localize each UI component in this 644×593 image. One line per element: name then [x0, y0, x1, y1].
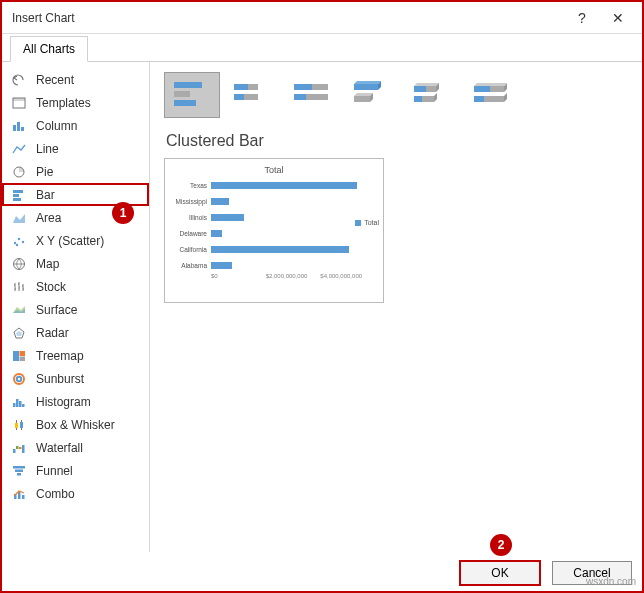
sidebar-item-surface[interactable]: Surface: [2, 298, 149, 321]
surface-chart-icon: [10, 302, 28, 318]
subtype-3d-100-stacked-bar[interactable]: [464, 72, 520, 118]
preview-chart-title: Total: [173, 165, 375, 175]
svg-point-11: [22, 240, 24, 242]
sidebar-item-map[interactable]: Map: [2, 252, 149, 275]
dialog-title: Insert Chart: [12, 11, 564, 25]
sidebar-item-histogram[interactable]: Histogram: [2, 390, 149, 413]
stock-chart-icon: [10, 279, 28, 295]
sidebar-item-funnel[interactable]: Funnel: [2, 459, 149, 482]
sunburst-chart-icon: [10, 371, 28, 387]
templates-icon: [10, 95, 28, 111]
svg-rect-31: [13, 466, 25, 469]
sidebar-item-column[interactable]: Column: [2, 114, 149, 137]
preview-chart-area: Texas Mississippi Illinois Delaware Cali…: [173, 177, 375, 285]
bar-california: [211, 246, 349, 253]
svg-rect-57: [484, 96, 504, 102]
sidebar-item-box-whisker[interactable]: Box & Whisker: [2, 413, 149, 436]
box-whisker-chart-icon: [10, 417, 28, 433]
svg-rect-30: [22, 445, 25, 453]
sidebar-item-label: Recent: [36, 73, 74, 87]
sidebar-item-combo[interactable]: Combo: [2, 482, 149, 505]
tab-all-charts[interactable]: All Charts: [10, 36, 88, 62]
sidebar-item-label: Histogram: [36, 395, 91, 409]
sidebar-item-waterfall[interactable]: Waterfall: [2, 436, 149, 459]
legend-label: Total: [364, 219, 379, 226]
radar-chart-icon: [10, 325, 28, 341]
sidebar-item-label: Area: [36, 211, 61, 225]
svg-rect-23: [19, 401, 22, 407]
svg-rect-39: [174, 100, 196, 106]
close-button[interactable]: ✕: [600, 4, 636, 32]
histogram-chart-icon: [10, 394, 28, 410]
sidebar-item-label: Box & Whisker: [36, 418, 115, 432]
subtype-clustered-bar[interactable]: [164, 72, 220, 118]
line-chart-icon: [10, 141, 28, 157]
sidebar-item-treemap[interactable]: Treemap: [2, 344, 149, 367]
sidebar-item-recent[interactable]: Recent: [2, 68, 149, 91]
svg-rect-43: [244, 94, 258, 100]
svg-rect-41: [248, 84, 258, 90]
scatter-chart-icon: [10, 233, 28, 249]
svg-rect-6: [13, 190, 23, 193]
svg-rect-3: [17, 122, 20, 131]
svg-rect-49: [354, 96, 370, 102]
svg-rect-25: [15, 423, 18, 428]
x-tick: $4,000,000,000: [320, 273, 375, 279]
subtype-3d-clustered-bar[interactable]: [344, 72, 400, 118]
svg-rect-17: [20, 351, 26, 356]
svg-rect-51: [426, 86, 436, 92]
sidebar-item-radar[interactable]: Radar: [2, 321, 149, 344]
bar-delaware: [211, 230, 222, 237]
sidebar-item-label: Column: [36, 119, 77, 133]
area-chart-icon: [10, 210, 28, 226]
svg-rect-7: [13, 194, 19, 197]
svg-point-9: [14, 241, 16, 243]
x-tick: $0: [211, 273, 266, 279]
subtype-3d-stacked-bar[interactable]: [404, 72, 460, 118]
sidebar-item-label: Bar: [36, 188, 55, 202]
svg-rect-46: [294, 94, 306, 100]
sidebar-item-label: Sunburst: [36, 372, 84, 386]
bar-chart-icon: [10, 187, 28, 203]
svg-point-10: [18, 237, 20, 239]
svg-rect-45: [312, 84, 328, 90]
svg-point-20: [17, 376, 21, 380]
svg-rect-2: [13, 125, 16, 131]
sidebar-item-line[interactable]: Line: [2, 137, 149, 160]
sidebar-item-templates[interactable]: Templates: [2, 91, 149, 114]
category-label: California: [173, 246, 211, 253]
combo-chart-icon: [10, 486, 28, 502]
sidebar-item-pie[interactable]: Pie: [2, 160, 149, 183]
subtype-100-stacked-bar[interactable]: [284, 72, 340, 118]
svg-rect-54: [474, 86, 490, 92]
bar-alabama: [211, 262, 232, 269]
sidebar-item-scatter[interactable]: X Y (Scatter): [2, 229, 149, 252]
sidebar-item-sunburst[interactable]: Sunburst: [2, 367, 149, 390]
sidebar-item-label: Line: [36, 142, 59, 156]
sidebar-item-label: Map: [36, 257, 59, 271]
help-button[interactable]: ?: [564, 4, 600, 32]
subtype-title: Clustered Bar: [166, 132, 628, 150]
svg-rect-53: [422, 96, 434, 102]
svg-point-19: [14, 374, 24, 384]
sidebar-item-label: Funnel: [36, 464, 73, 478]
chart-type-sidebar: Recent Templates Column Line Pie Bar Are…: [2, 62, 150, 552]
preview-legend: Total: [355, 219, 379, 226]
tab-strip: All Charts: [2, 34, 642, 62]
chart-preview[interactable]: Total Texas Mississippi Illinois Delawar…: [164, 158, 384, 303]
chart-subtype-row: [164, 72, 628, 118]
svg-rect-50: [414, 86, 426, 92]
treemap-chart-icon: [10, 348, 28, 364]
svg-point-12: [16, 243, 18, 245]
svg-rect-47: [306, 94, 328, 100]
subtype-stacked-bar[interactable]: [224, 72, 280, 118]
sidebar-item-stock[interactable]: Stock: [2, 275, 149, 298]
category-label: Illinois: [173, 214, 211, 221]
annotation-2: 2: [490, 534, 512, 556]
ok-button[interactable]: OK 2: [460, 561, 540, 585]
sidebar-item-label: Waterfall: [36, 441, 83, 455]
sidebar-item-label: Surface: [36, 303, 77, 317]
svg-marker-15: [16, 331, 22, 336]
sidebar-item-label: Combo: [36, 487, 75, 501]
svg-rect-42: [234, 94, 244, 100]
